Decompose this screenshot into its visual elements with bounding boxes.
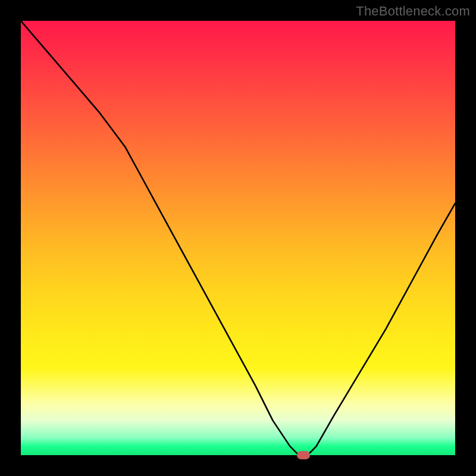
plot-area <box>21 21 455 455</box>
bottleneck-curve <box>21 21 455 455</box>
bottleneck-marker <box>297 451 310 459</box>
curve-svg <box>21 21 455 455</box>
chart-frame: TheBottleneck.com <box>0 0 476 476</box>
watermark-text: TheBottleneck.com <box>356 4 470 19</box>
